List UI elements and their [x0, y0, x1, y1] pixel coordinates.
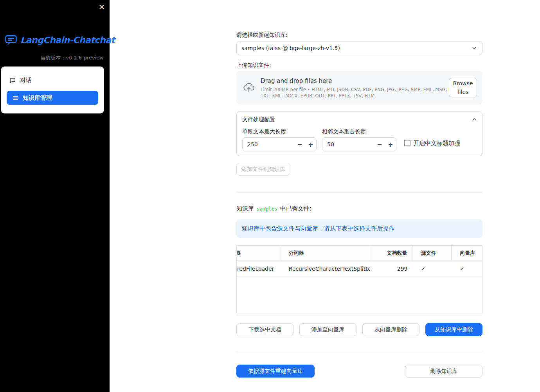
main-content: 请选择或新建知识库: samples (faiss @ bge-large-zh…: [236, 0, 482, 392]
chat-logo-icon: [5, 34, 17, 46]
chunk-minus-button[interactable]: −: [294, 138, 305, 151]
upload-label: 上传知识文件:: [236, 62, 271, 69]
file-dropzone[interactable]: Drag and drop files here Limit 200MB per…: [236, 71, 482, 104]
cloud-upload-icon: [243, 81, 255, 94]
browse-files-button[interactable]: Browse files: [449, 78, 477, 97]
sidebar-menu: 对话 知识库管理: [1, 67, 104, 113]
chat-bubble-icon: [9, 77, 16, 84]
existing-prefix: 知识库: [236, 205, 254, 212]
overlap-size-input: − +: [322, 137, 396, 151]
chunk-size-input: − +: [242, 137, 317, 151]
cell-source-check: ✓: [412, 261, 452, 276]
sidebar-item-label: 对话: [20, 77, 32, 84]
cell-vector-check: ✓: [452, 261, 482, 276]
sidebar-item-knowledge-base[interactable]: 知识库管理: [7, 91, 98, 105]
overlap-size-label: 相邻文本重合长度:: [322, 128, 368, 135]
existing-files-line: 知识库 samples 中已有文件:: [236, 205, 311, 212]
version-text: 当前版本：v0.2.6-preview: [0, 54, 104, 61]
add-files-button[interactable]: 添加文件到知识库: [236, 163, 290, 176]
sidebar: × LangChain-Chatchat 当前版本：v0.2.6-preview: [0, 0, 110, 392]
app: × LangChain-Chatchat 当前版本：v0.2.6-preview: [0, 0, 540, 392]
overlap-size-field[interactable]: [322, 141, 374, 147]
add-to-vector-store-button[interactable]: 添加至向量库: [299, 323, 356, 336]
sidebar-item-label: 知识库管理: [23, 94, 52, 102]
chevron-down-icon: [471, 45, 477, 51]
table-row[interactable]: redFileLoader RecursiveCharacterTextSpli…: [237, 261, 482, 277]
close-icon[interactable]: ×: [97, 2, 106, 11]
kb-select-value: samples (faiss @ bge-large-zh-v1.5): [241, 45, 471, 51]
col-source-file[interactable]: 源文件: [412, 246, 452, 261]
divider: [236, 192, 482, 192]
col-vector-store[interactable]: 向量库: [452, 246, 482, 261]
divider: [236, 351, 482, 351]
existing-suffix: 中已有文件:: [280, 205, 311, 212]
cell-doc-count: 299: [370, 261, 412, 276]
chunk-plus-button[interactable]: +: [305, 138, 316, 151]
col-loader[interactable]: 器: [237, 246, 281, 261]
file-config-expander: 文件处理配置 单段文本最大长度: − + 相邻文本重合长度: − + 开启中文标…: [236, 111, 482, 156]
files-table: 器 分词器 文档数量 源文件 向量库 redFileLoader Recursi…: [236, 245, 482, 313]
logo: LangChain-Chatchat: [5, 34, 115, 46]
zh-title-enhance-checkbox[interactable]: [404, 140, 410, 146]
list-icon: [12, 95, 19, 101]
overlap-plus-button[interactable]: +: [385, 138, 396, 151]
delete-from-vector-store-button[interactable]: 从向量库删除: [362, 323, 419, 336]
table-header-row: 器 分词器 文档数量 源文件 向量库: [237, 246, 482, 261]
expander-title[interactable]: 文件处理配置: [242, 116, 275, 123]
chunk-size-label: 单段文本最大长度:: [242, 128, 288, 135]
chunk-size-field[interactable]: [243, 141, 294, 147]
kb-select-label: 请选择或新建知识库:: [236, 32, 288, 39]
col-doc-count[interactable]: 文档数量: [370, 246, 412, 261]
delete-kb-button[interactable]: 删除知识库: [405, 365, 482, 378]
cell-splitter: RecursiveCharacterTextSplitter: [281, 261, 370, 276]
dropzone-limit-line1: Limit 200MB per file • HTML, MD, JSON, C…: [261, 87, 470, 92]
cell-loader: redFileLoader: [237, 261, 281, 276]
logo-text: LangChain-Chatchat: [20, 35, 115, 45]
chevron-up-icon[interactable]: [471, 116, 477, 122]
dropzone-limit-line2: TXT, XML, DOCX, EPUB, ODT, PPT, PPTX, TS…: [261, 93, 374, 99]
kb-name-code: samples: [257, 206, 277, 212]
sidebar-item-dialogue[interactable]: 对话: [9, 76, 32, 85]
kb-select[interactable]: samples (faiss @ bge-large-zh-v1.5): [236, 41, 482, 55]
col-splitter[interactable]: 分词器: [281, 246, 370, 261]
delete-from-kb-button[interactable]: 从知识库中删除: [425, 323, 482, 336]
zh-title-enhance-label: 开启中文标题加强: [413, 140, 460, 147]
info-banner: 知识库中包含源文件与向量库，请从下表中选择文件后操作: [236, 219, 482, 238]
dropzone-title: Drag and drop files here: [261, 77, 332, 85]
overlap-minus-button[interactable]: −: [374, 138, 385, 151]
download-selected-button[interactable]: 下载选中文档: [236, 323, 293, 336]
rebuild-vector-store-button[interactable]: 依据源文件重建向量库: [236, 365, 315, 378]
